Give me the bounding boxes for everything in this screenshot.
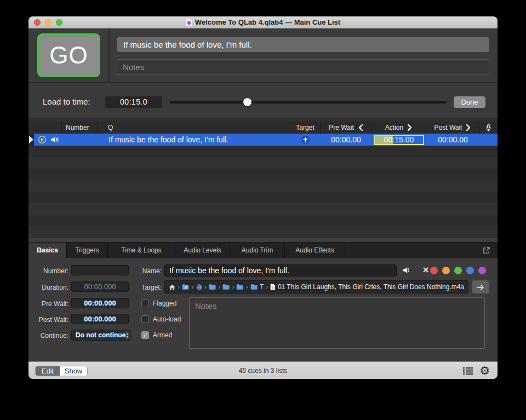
tab-triggers[interactable]: Triggers	[67, 243, 108, 258]
pre-wait-label: Pre Wait:	[28, 300, 68, 308]
cue-color-picker	[430, 267, 486, 274]
sphere-folder-icon	[196, 284, 202, 291]
q-column-header[interactable]: Q	[98, 122, 290, 134]
name-label: Name:	[119, 267, 162, 275]
folder-icon	[250, 284, 258, 290]
color-green-button[interactable]	[454, 267, 462, 274]
cue-list-empty-area[interactable]	[28, 146, 498, 238]
target-path-breadcrumb[interactable]: › › › › › › T › 01 This Girl Laughs, Thi…	[164, 280, 468, 294]
settings-gear-icon[interactable]: ⚙	[479, 365, 490, 377]
cue-target-cell[interactable]	[290, 134, 321, 146]
flagged-checkbox-row[interactable]: Flagged	[141, 300, 176, 307]
microphone-icon	[485, 124, 491, 132]
cue-action-cell[interactable]: 00:15.00	[371, 134, 426, 146]
continue-label: Continue:	[28, 332, 68, 340]
minimize-window-button[interactable]	[45, 19, 52, 26]
tab-basics[interactable]: Basics	[28, 243, 67, 258]
target-up-arrow-icon	[301, 135, 310, 145]
right-arrow-icon	[477, 284, 484, 290]
load-time-field[interactable]: 00:15.0	[105, 96, 162, 108]
zoom-window-button[interactable]	[56, 19, 62, 26]
expand-right-chevron-icon[interactable]	[408, 124, 412, 131]
collapse-left-chevron-icon[interactable]	[358, 124, 363, 131]
color-red-button[interactable]	[430, 267, 438, 274]
title-bar[interactable]: Welcome To QLab 4.qlab4 — Main Cue List	[28, 16, 498, 28]
cue-status-cell	[34, 134, 62, 146]
panel-divider	[108, 28, 110, 83]
empty-row	[28, 157, 498, 169]
number-label: Number:	[28, 267, 68, 275]
clear-color-button[interactable]: ×	[421, 264, 431, 276]
action-time-box[interactable]: 00:15.00	[374, 135, 424, 145]
autoload-label: Auto-load	[153, 315, 181, 323]
done-button[interactable]: Done	[454, 96, 485, 108]
duration-label: Duration:	[28, 284, 68, 291]
window-title: Welcome To QLab 4.qlab4 — Main Cue List	[186, 18, 340, 26]
playhead-gutter	[28, 134, 34, 146]
preview-speaker-button[interactable]	[402, 266, 411, 274]
cue-pre-wait-cell[interactable]: 00:00.00	[321, 134, 371, 146]
close-icon: ×	[422, 264, 428, 276]
audio-file-icon	[270, 283, 276, 291]
action-column-header[interactable]: Action	[371, 122, 426, 134]
post-wait-field[interactable]: 00:00.000	[71, 314, 129, 324]
color-blue-button[interactable]	[466, 267, 474, 274]
cue-number-cell[interactable]	[62, 134, 98, 146]
autoload-checkbox-row[interactable]: Auto-load	[141, 315, 181, 323]
load-time-slider[interactable]	[170, 97, 447, 107]
number-column-header[interactable]: Number	[62, 122, 98, 134]
transport-panel: GO If music be the food of love, I'm ful…	[28, 28, 498, 83]
color-orange-button[interactable]	[442, 267, 450, 274]
breadcrumb-separator: ›	[266, 283, 268, 291]
folder-icon	[236, 284, 243, 290]
flagged-checkbox[interactable]	[141, 300, 149, 307]
notes-textarea[interactable]	[189, 297, 485, 349]
expand-right-chevron-icon[interactable]	[466, 124, 471, 131]
empty-row	[28, 169, 498, 180]
cue-row-selected[interactable]: If music be the food of love, I'm full. …	[28, 134, 498, 146]
inspector-tab-bar: Basics Triggers Time & Loops Audio Level…	[28, 243, 498, 258]
tab-audio-effects[interactable]: Audio Effects	[285, 243, 345, 258]
cue-name-cell[interactable]: If music be the food of love, I'm full.	[98, 134, 290, 146]
inspector-panel-basics: Number: Duration: 00:00.000 Pre Wait: 00…	[28, 258, 498, 361]
name-field[interactable]	[164, 264, 397, 277]
tab-audio-levels[interactable]: Audio Levels	[175, 243, 230, 258]
load-to-time-label: Load to time:	[43, 97, 90, 106]
playhead-icon	[29, 136, 33, 143]
pre-wait-field[interactable]: 00:00.000	[71, 298, 129, 308]
pre-wait-column-header[interactable]: Pre Wait	[321, 122, 371, 134]
cue-notes-display[interactable]: Notes	[117, 59, 489, 75]
cue-post-wait-cell[interactable]: 00:00.00	[426, 134, 479, 146]
tab-audio-trim[interactable]: Audio Trim	[230, 243, 285, 258]
target-label: Target:	[119, 284, 162, 291]
go-button[interactable]: GO	[37, 33, 100, 77]
go-to-target-button[interactable]	[472, 280, 489, 294]
audio-cue-speaker-icon	[50, 136, 59, 143]
slider-thumb[interactable]	[243, 98, 251, 106]
color-purple-button[interactable]	[478, 267, 486, 274]
microphone-column-header[interactable]	[479, 122, 498, 134]
empty-row	[28, 180, 498, 192]
close-window-button[interactable]	[34, 19, 41, 26]
target-file-name: 01 This Girl Laughs, This Girl Cries, Th…	[278, 283, 464, 291]
panel-splitter-handle[interactable]	[28, 238, 498, 243]
target-column-header[interactable]: Target	[290, 122, 321, 134]
music-folder-icon	[182, 284, 189, 290]
post-wait-label: Post Wait:	[28, 316, 68, 324]
cue-lists-icon[interactable]	[463, 367, 473, 375]
popout-inspector-icon[interactable]	[482, 246, 491, 255]
continue-dropdown[interactable]: Do not continue ▲▼	[71, 330, 130, 341]
home-icon	[169, 284, 175, 291]
load-to-time-bar: Load to time: 00:15.0 Done	[28, 83, 498, 118]
loaded-status-icon	[38, 135, 47, 144]
desktop-background: Welcome To QLab 4.qlab4 — Main Cue List …	[0, 0, 526, 420]
breadcrumb-separator: ›	[178, 283, 180, 291]
armed-checkbox-row[interactable]: ✓ Armed	[141, 331, 172, 339]
speaker-icon	[402, 266, 411, 274]
slider-track[interactable]	[170, 101, 447, 103]
autoload-checkbox[interactable]	[141, 315, 149, 323]
armed-checkbox[interactable]: ✓	[141, 331, 149, 339]
tab-time-loops[interactable]: Time & Loops	[108, 243, 175, 258]
breadcrumb-separator: ›	[246, 283, 248, 291]
post-wait-column-header[interactable]: Post Wait	[426, 122, 479, 134]
